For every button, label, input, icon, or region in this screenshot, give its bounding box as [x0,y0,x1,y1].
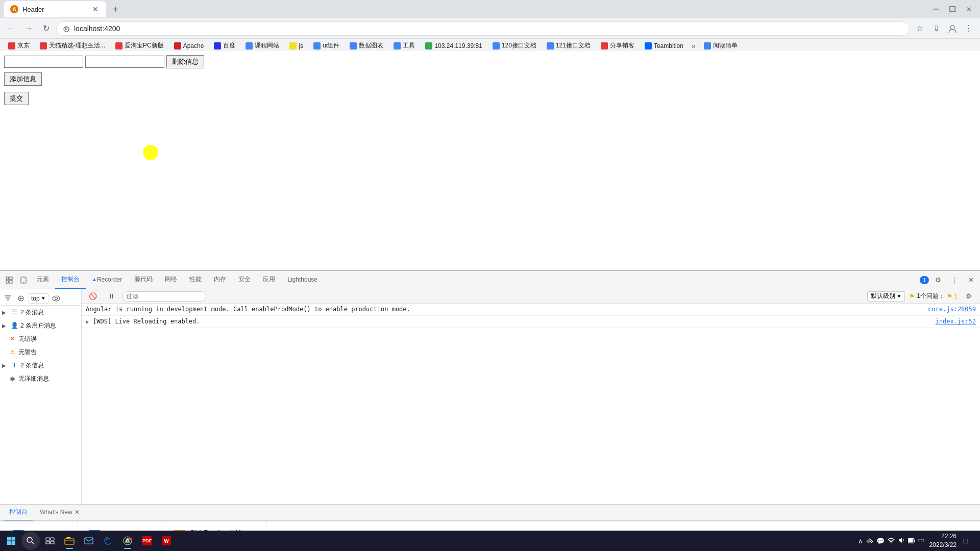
profile-button[interactable] [945,21,960,36]
extensions-button[interactable]: ⋮ [962,21,976,36]
bottom-tab-whats-new[interactable]: What's New ✕ [35,505,85,521]
wifi-icon[interactable] [888,537,895,545]
console-settings-button[interactable]: ⚙ [962,289,976,304]
console-eye-button[interactable] [51,293,62,304]
sidebar-item-info[interactable]: ▶ ℹ 2 条信息 [0,359,81,372]
bookmark-tools[interactable]: 工具 [389,40,419,51]
add-button[interactable]: 添加信息 [4,72,42,86]
sidebar-item-user-messages[interactable]: ▶ 👤 2 条用户消息 [0,319,81,332]
input-field-1[interactable] [4,56,83,68]
bookmark-jd[interactable]: 京东 [4,40,34,51]
issues-badge[interactable]: 1 [920,276,929,284]
bookmark-readlist[interactable]: 阅读清单 [700,40,742,51]
tab-close-btn[interactable]: ✕ [91,5,100,14]
bookmark-share[interactable]: 分享销客 [597,40,639,51]
devtools-tab-recorder[interactable]: ▲ Recorder [86,271,128,289]
expand-msg-arrow[interactable]: ▶ [86,317,89,325]
forward-button[interactable]: → [21,21,36,36]
devtools-close-button[interactable]: ✕ [964,273,978,287]
console-clear-button[interactable]: 🚫 [86,289,100,304]
volume-icon[interactable] [898,537,905,545]
bottom-tab-close-icon[interactable]: ✕ [75,509,80,516]
svg-rect-7 [6,281,9,283]
devtools-tab-application[interactable]: 应用 [257,271,281,289]
system-clock[interactable]: 22:26 2022/3/22 [929,532,957,549]
bookmark-api120[interactable]: 120接口文档 [488,40,541,51]
devtools-body: top ▼ ▶ ☰ 2 条消息 ▶ 👤 2 条用户消息 ✕ 无错误 [0,289,980,504]
window-close-button[interactable]: ✕ [962,2,976,16]
devtools-tab-network[interactable]: 网络 [159,271,183,289]
wechat-icon[interactable]: 💬 [876,537,885,545]
filter-dropdown[interactable]: top ▼ [29,293,48,304]
sidebar-item-all-messages[interactable]: ▶ ☰ 2 条消息 [0,306,81,319]
bookmark-chart[interactable]: 数据图表 [346,40,387,51]
delete-button[interactable]: 删除信息 [166,55,204,68]
taskbar-search-button[interactable] [21,532,40,550]
taskbar-wps[interactable]: W [157,532,176,550]
console-sidebar: top ▼ ▶ ☰ 2 条消息 ▶ 👤 2 条用户消息 ✕ 无错误 [0,289,82,504]
taskbar-explorer[interactable] [60,532,79,550]
lock-icon [63,25,70,32]
devtools-inspect-button[interactable] [2,273,16,287]
bookmark-course[interactable]: 课程网站 [241,40,283,51]
network-icon[interactable] [866,537,873,545]
active-tab[interactable]: A Header ✕ [4,1,106,17]
taskbar-mail[interactable] [80,532,98,550]
bookmark-button[interactable]: ☆ [913,21,927,36]
profile-icon [948,24,957,33]
taskbar-chrome[interactable] [118,532,137,550]
sidebar-item-errors[interactable]: ✕ 无错误 [0,332,81,345]
language-indicator[interactable]: 中 [918,537,924,545]
window-maximize-button[interactable] [945,2,960,16]
bookmark-api121[interactable]: 121接口文档 [543,40,595,51]
devtools-settings-button[interactable]: ⚙ [931,273,945,287]
taskbar-pdf[interactable]: PDF [138,532,156,550]
sidebar-filter-btn-1[interactable] [2,293,13,304]
battery-icon[interactable] [908,537,915,545]
devtools-tab-sources[interactable]: 源代码 [128,271,159,289]
submit-button[interactable]: 提交 [4,92,29,105]
bookmark-js[interactable]: js [285,41,307,51]
log-level-dropdown[interactable]: 默认级别 ▼ [867,291,905,302]
bookmark-ip[interactable]: 103.24.119.39:81 [421,41,486,51]
windows-start-button[interactable] [2,532,20,550]
bookmark-ui[interactable]: ui组件 [309,40,344,51]
sidebar-item-verbose[interactable]: ◉ 无详细消息 [0,372,81,385]
new-tab-button[interactable]: + [108,2,122,16]
address-bar[interactable]: localhost:4200 [56,21,910,36]
devtools-devices-button[interactable] [16,273,31,287]
up-arrow-icon[interactable]: ∧ [858,537,863,545]
download-button[interactable]: ⇓ [929,21,943,36]
window-controls: ✕ [929,2,976,16]
bookmark-baidu[interactable]: 百度 [210,40,239,51]
window-minimize-button[interactable] [929,2,943,16]
notification-center-button[interactable]: □ [958,532,974,550]
svg-rect-32 [65,539,74,544]
sidebar-item-warnings[interactable]: ⚠ 无警告 [0,345,81,359]
devtools-more-button[interactable]: ⋮ [947,273,962,287]
bottom-tab-console[interactable]: 控制台 [4,505,33,521]
console-pause-button[interactable]: ⏸ [104,289,118,304]
bookmark-apache[interactable]: Apache [170,41,208,51]
bookmark-taobao[interactable]: 爱淘宝PC新版 [111,40,168,51]
devtools-tab-performance[interactable]: 性能 [183,271,208,289]
taskbar-edge[interactable] [99,532,117,550]
back-button[interactable]: ← [4,21,18,36]
speaker-icon [898,537,905,543]
taskbar-task-view[interactable] [41,532,59,550]
issues-count-badge[interactable]: ⚑ 1个问题： ⚑ 1 [909,292,958,300]
reload-button[interactable]: ↻ [39,21,53,36]
devtools-tab-console[interactable]: 控制台 [55,271,86,289]
console-filter-input[interactable] [122,291,206,302]
bookmarks-more-button[interactable]: » [690,41,698,51]
bookmark-teambition[interactable]: Teambition [641,41,688,51]
bookmark-label: 数据图表 [359,41,383,50]
devtools-tab-lighthouse[interactable]: Lighthouse [281,271,324,289]
devtools-tab-security[interactable]: 安全 [232,271,257,289]
sidebar-filter-btn-2[interactable] [15,293,27,304]
bookmark-label: ui组件 [323,41,339,50]
bookmark-tmall[interactable]: 天猫精选-理想生活... [36,40,109,51]
devtools-tab-elements[interactable]: 元素 [31,271,55,289]
input-field-2[interactable] [85,56,164,68]
devtools-tab-memory[interactable]: 内存 [208,271,232,289]
